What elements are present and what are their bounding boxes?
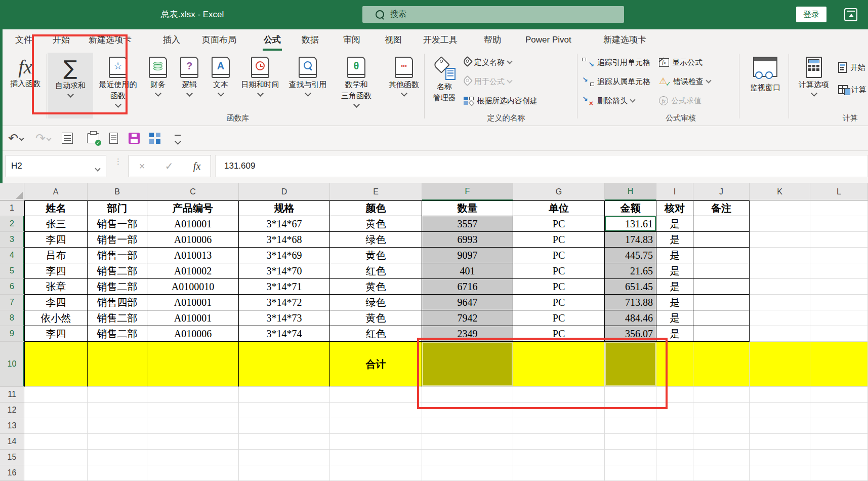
cell-J8[interactable]	[693, 310, 750, 326]
row-header-5[interactable]: 5	[0, 263, 24, 279]
cell-I16[interactable]	[656, 465, 693, 481]
cell-C12[interactable]	[147, 403, 239, 418]
column-header-A[interactable]: A	[24, 183, 88, 201]
cell-B10[interactable]	[88, 342, 147, 387]
cell-F4[interactable]: 9097	[422, 248, 513, 263]
cell-D11[interactable]	[239, 387, 330, 403]
cell-H15[interactable]	[605, 450, 656, 465]
cell-C11[interactable]	[147, 387, 239, 403]
cell-B8[interactable]: 销售二部	[88, 310, 147, 326]
cell-K16[interactable]	[750, 465, 810, 481]
math-trig-button[interactable]: θ数学和三角函数	[332, 53, 381, 118]
cell-L10[interactable]	[810, 342, 868, 387]
cell-J11[interactable]	[693, 387, 750, 403]
cell-F10[interactable]	[422, 342, 513, 387]
show-formulas-button[interactable]: fx显示公式	[659, 55, 702, 70]
cell-D4[interactable]: 3*14*69	[239, 248, 330, 263]
cell-K12[interactable]	[750, 403, 810, 418]
cell-A10[interactable]	[24, 342, 88, 387]
cell-H7[interactable]: 713.88	[605, 295, 656, 310]
cell-C4[interactable]: A010013	[147, 248, 239, 263]
cell-D16[interactable]	[239, 465, 330, 481]
cell-K9[interactable]	[750, 326, 810, 342]
cell-G1[interactable]: 单位	[513, 201, 605, 216]
cell-B14[interactable]	[88, 434, 147, 450]
cell-G12[interactable]	[513, 403, 605, 418]
cell-G4[interactable]: PC	[513, 248, 605, 263]
row-header-9[interactable]: 9	[0, 326, 24, 342]
row-header-13[interactable]: 13	[0, 418, 24, 434]
cell-E7[interactable]: 绿色	[330, 295, 422, 310]
cell-F9[interactable]: 2349	[422, 326, 513, 342]
cell-F14[interactable]	[422, 434, 513, 450]
cell-I13[interactable]	[656, 418, 693, 434]
cell-I1[interactable]: 核对	[656, 201, 693, 216]
error-checking-button[interactable]: ⚠✓错误检查	[659, 74, 711, 89]
cell-J5[interactable]	[693, 263, 750, 279]
cell-E12[interactable]	[330, 403, 422, 418]
tab-data[interactable]: 数据	[302, 29, 319, 51]
cell-E11[interactable]	[330, 387, 422, 403]
cell-H16[interactable]	[605, 465, 656, 481]
cell-H1[interactable]: 金额	[605, 201, 656, 216]
row-header-4[interactable]: 4	[0, 248, 24, 263]
cell-H9[interactable]: 356.07	[605, 326, 656, 342]
login-button[interactable]: 登录	[796, 7, 826, 22]
cell-G3[interactable]: PC	[513, 232, 605, 248]
cell-B5[interactable]: 销售二部	[88, 263, 147, 279]
cell-A5[interactable]: 李四	[24, 263, 88, 279]
quick-print-button[interactable]: ✓	[87, 131, 99, 145]
column-header-J[interactable]: J	[693, 183, 750, 201]
tab-developer[interactable]: 开发工具	[423, 29, 458, 51]
cell-A8[interactable]: 依小然	[24, 310, 88, 326]
cell-F16[interactable]	[422, 465, 513, 481]
tab-power-pivot[interactable]: Power Pivot	[525, 29, 571, 51]
cell-D8[interactable]: 3*14*73	[239, 310, 330, 326]
cell-B3[interactable]: 销售一部	[88, 232, 147, 248]
insert-function-icon[interactable]: fx	[193, 161, 200, 172]
cell-L8[interactable]	[810, 310, 868, 326]
formula-bar-splitter[interactable]: ⋮	[114, 159, 122, 164]
cell-D5[interactable]: 3*14*70	[239, 263, 330, 279]
cell-J6[interactable]	[693, 279, 750, 295]
cell-J4[interactable]	[693, 248, 750, 263]
cell-E15[interactable]	[330, 450, 422, 465]
cell-C8[interactable]: A010001	[147, 310, 239, 326]
cell-L2[interactable]	[810, 216, 868, 232]
cell-F11[interactable]	[422, 387, 513, 403]
calculate-sheet-button[interactable]: 计算	[838, 82, 866, 97]
cell-J16[interactable]	[693, 465, 750, 481]
cell-D15[interactable]	[239, 450, 330, 465]
tab-help[interactable]: 帮助	[484, 29, 501, 51]
column-header-K[interactable]: K	[750, 183, 810, 201]
cell-B16[interactable]	[88, 465, 147, 481]
cell-L3[interactable]	[810, 232, 868, 248]
calculation-options-button[interactable]: 计算选项	[793, 53, 835, 118]
tab-home[interactable]: 开始	[53, 29, 70, 51]
column-header-F[interactable]: F	[422, 183, 513, 201]
cell-E3[interactable]: 绿色	[330, 232, 422, 248]
row-header-1[interactable]: 1	[0, 201, 24, 216]
row-header-10[interactable]: 10	[0, 342, 24, 387]
date-time-button[interactable]: 日期和时间	[237, 53, 283, 118]
cell-E8[interactable]: 黄色	[330, 310, 422, 326]
cell-A15[interactable]	[24, 450, 88, 465]
cell-A7[interactable]: 李四	[24, 295, 88, 310]
column-header-I[interactable]: I	[656, 183, 693, 201]
cell-B13[interactable]	[88, 418, 147, 434]
cell-G15[interactable]	[513, 450, 605, 465]
trace-dependents-button[interactable]: ↘追踪从属单元格	[582, 74, 650, 89]
cell-E9[interactable]: 红色	[330, 326, 422, 342]
cell-I11[interactable]	[656, 387, 693, 403]
financial-button[interactable]: 财务	[143, 53, 173, 118]
cell-C6[interactable]: A0100010	[147, 279, 239, 295]
row-header-15[interactable]: 15	[0, 450, 24, 465]
cell-I3[interactable]: 是	[656, 232, 693, 248]
tab-review[interactable]: 审阅	[343, 29, 360, 51]
cell-B6[interactable]: 销售二部	[88, 279, 147, 295]
cell-G8[interactable]: PC	[513, 310, 605, 326]
cell-I15[interactable]	[656, 450, 693, 465]
cell-L12[interactable]	[810, 403, 868, 418]
cell-L14[interactable]	[810, 434, 868, 450]
cell-A2[interactable]: 张三	[24, 216, 88, 232]
